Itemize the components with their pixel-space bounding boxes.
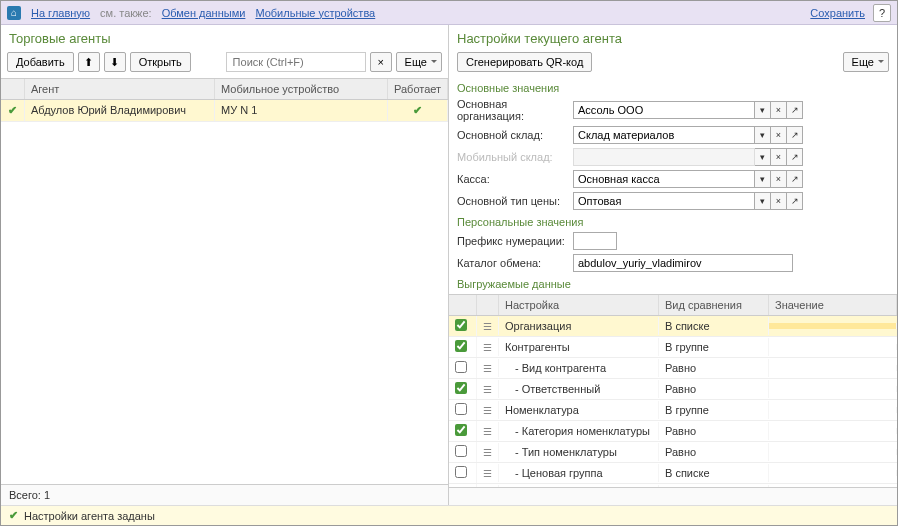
save-link[interactable]: Сохранить <box>810 7 865 19</box>
cash-open-button[interactable]: ↗ <box>787 170 803 188</box>
mobile-link[interactable]: Мобильные устройства <box>255 7 375 19</box>
export-val[interactable] <box>769 344 897 350</box>
warehouse-input[interactable] <box>573 126 755 144</box>
export-val[interactable] <box>769 365 897 371</box>
price-dropdown-button[interactable]: ▾ <box>755 192 771 210</box>
filter-icon: ☰ <box>483 321 492 332</box>
search-clear-button[interactable]: × <box>370 52 392 72</box>
agents-footer: Всего: 1 <box>1 484 448 505</box>
help-button[interactable]: ? <box>873 4 891 22</box>
col-cmp[interactable]: Вид сравнения <box>659 295 769 315</box>
export-row[interactable]: ☰- Тип номенклатурыРавно <box>449 442 897 463</box>
export-row[interactable]: ☰- Вид контрагентаРавно <box>449 358 897 379</box>
export-checkbox[interactable] <box>455 319 467 331</box>
price-input[interactable] <box>573 192 755 210</box>
agent-cell: Абдулов Юрий Владимирович <box>25 100 215 121</box>
org-clear-button[interactable]: × <box>771 101 787 119</box>
open-button[interactable]: Открыть <box>130 52 191 72</box>
export-row[interactable]: ☰- Ценовая группаВ списке <box>449 463 897 484</box>
export-checkbox[interactable] <box>455 466 467 478</box>
prefix-input[interactable] <box>573 232 617 250</box>
table-row[interactable]: ✔Абдулов Юрий ВладимировичМУ N 1✔ <box>1 100 448 122</box>
section-export: Выгружаемые данные <box>449 274 897 292</box>
catalog-label: Каталог обмена: <box>457 257 569 269</box>
add-button[interactable]: Добавить <box>7 52 74 72</box>
topbar: ⌂ На главную см. также: Обмен данными Мо… <box>1 1 897 25</box>
settings-pane: Настройки текущего агента Сгенерировать … <box>449 25 897 505</box>
export-row[interactable]: ☰- ОтветственныйРавно <box>449 379 897 400</box>
org-input[interactable] <box>573 101 755 119</box>
cash-input[interactable] <box>573 170 755 188</box>
export-row[interactable]: ☰КонтрагентыВ группе <box>449 337 897 358</box>
see-also-label: см. также: <box>100 7 152 19</box>
col-setting[interactable]: Настройка <box>499 295 659 315</box>
more-button-right[interactable]: Еще <box>843 52 889 72</box>
agents-pane: Торговые агенты Добавить ⬆ ⬇ Открыть × Е… <box>1 25 449 505</box>
price-open-button[interactable]: ↗ <box>787 192 803 210</box>
filter-icon: ☰ <box>483 468 492 479</box>
org-open-button[interactable]: ↗ <box>787 101 803 119</box>
more-button-left[interactable]: Еще <box>396 52 442 72</box>
col-works[interactable]: Работает <box>388 79 448 99</box>
col-agent[interactable]: Агент <box>25 79 215 99</box>
filter-icon: ☰ <box>483 363 492 374</box>
home-link[interactable]: На главную <box>31 7 90 19</box>
works-check-icon: ✔ <box>413 104 422 116</box>
col-device[interactable]: Мобильное устройство <box>215 79 388 99</box>
search-input[interactable] <box>226 52 366 72</box>
status-text: Настройки агента заданы <box>24 510 155 522</box>
settings-title: Настройки текущего агента <box>449 25 897 50</box>
warehouse-dropdown-button[interactable]: ▾ <box>755 126 771 144</box>
cash-clear-button[interactable]: × <box>771 170 787 188</box>
export-cmp: В группе <box>659 338 769 356</box>
export-val[interactable] <box>769 428 897 434</box>
exchange-link[interactable]: Обмен данными <box>162 7 246 19</box>
cash-label: Касса: <box>457 173 569 185</box>
warehouse-open-button[interactable]: ↗ <box>787 126 803 144</box>
export-checkbox[interactable] <box>455 361 467 373</box>
export-row[interactable]: ☰- Категория номенклатурыРавно <box>449 421 897 442</box>
export-cmp: В списке <box>659 464 769 482</box>
row-check-icon: ✔ <box>8 104 17 116</box>
export-row[interactable]: ☰НоменклатураВ группе <box>449 400 897 421</box>
cash-dropdown-button[interactable]: ▾ <box>755 170 771 188</box>
export-checkbox[interactable] <box>455 382 467 394</box>
move-up-button[interactable]: ⬆ <box>78 52 100 72</box>
warehouse-clear-button[interactable]: × <box>771 126 787 144</box>
export-val[interactable] <box>769 386 897 392</box>
export-cmp: Равно <box>659 380 769 398</box>
col-val[interactable]: Значение <box>769 295 897 315</box>
move-down-button[interactable]: ⬇ <box>104 52 126 72</box>
export-setting: - Категория номенклатуры <box>499 422 659 440</box>
mobile-wh-input <box>573 148 755 166</box>
agents-title: Торговые агенты <box>1 25 448 50</box>
statusbar: ✔ Настройки агента заданы <box>1 505 897 525</box>
export-grid-body[interactable]: ☰ОрганизацияВ списке☰КонтрагентыВ группе… <box>449 316 897 487</box>
export-val[interactable] <box>769 407 897 413</box>
filter-icon: ☰ <box>483 426 492 437</box>
export-setting: Номенклатура <box>499 401 659 419</box>
price-clear-button[interactable]: × <box>771 192 787 210</box>
export-checkbox[interactable] <box>455 340 467 352</box>
export-setting: - Ответственный <box>499 380 659 398</box>
settings-footer <box>449 487 897 505</box>
export-row[interactable]: ☰ОрганизацияВ списке <box>449 316 897 337</box>
export-val[interactable] <box>769 470 897 476</box>
mobile-wh-open-button: ↗ <box>787 148 803 166</box>
export-checkbox[interactable] <box>455 403 467 415</box>
export-checkbox[interactable] <box>455 445 467 457</box>
section-personal: Персональные значения <box>449 212 897 230</box>
org-dropdown-button[interactable]: ▾ <box>755 101 771 119</box>
export-grid-header: Настройка Вид сравнения Значение <box>449 294 897 316</box>
filter-icon: ☰ <box>483 405 492 416</box>
agents-grid-body[interactable]: ✔Абдулов Юрий ВладимировичМУ N 1✔ <box>1 100 448 484</box>
filter-icon: ☰ <box>483 342 492 353</box>
export-checkbox[interactable] <box>455 424 467 436</box>
export-val[interactable] <box>769 449 897 455</box>
export-val[interactable] <box>769 323 897 329</box>
mobile-wh-clear-button: × <box>771 148 787 166</box>
device-cell: МУ N 1 <box>215 100 388 121</box>
catalog-input[interactable] <box>573 254 793 272</box>
qr-button[interactable]: Сгенерировать QR-код <box>457 52 592 72</box>
export-cmp: Равно <box>659 359 769 377</box>
